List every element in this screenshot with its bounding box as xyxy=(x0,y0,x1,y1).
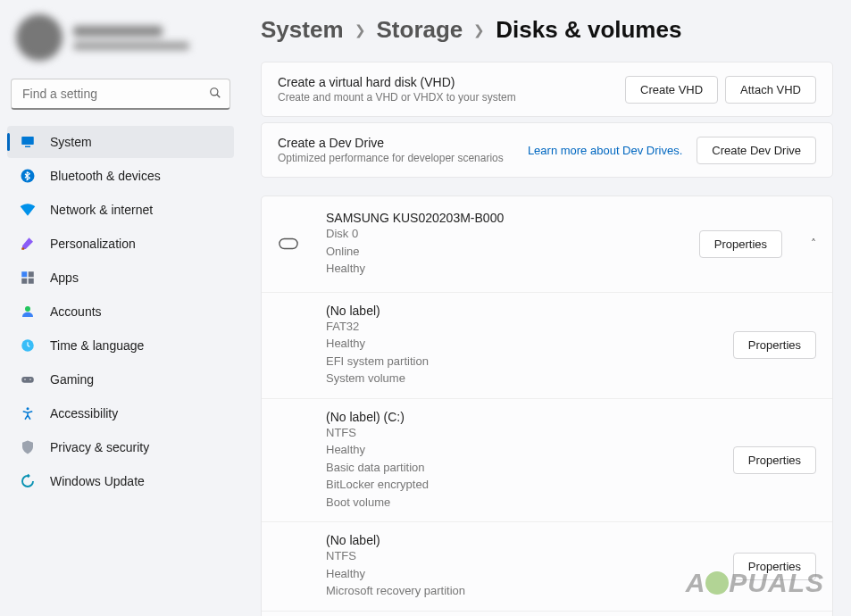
sidebar: System Bluetooth & devices Network & int… xyxy=(0,0,241,616)
nav-label: Accounts xyxy=(50,304,102,319)
breadcrumb-current: Disks & volumes xyxy=(496,16,681,44)
vhd-card: Create a virtual hard disk (VHD) Create … xyxy=(261,62,833,117)
create-dev-drive-button[interactable]: Create Dev Drive xyxy=(697,137,816,164)
disk-name: SAMSUNG KUS020203M-B000 xyxy=(326,211,683,225)
sidebar-item-time[interactable]: Time & language xyxy=(7,329,234,362)
svg-point-13 xyxy=(24,379,26,380)
sidebar-item-accessibility[interactable]: Accessibility xyxy=(7,397,234,429)
svg-rect-6 xyxy=(21,271,27,277)
nav-label: Network & internet xyxy=(50,203,153,217)
svg-point-15 xyxy=(27,407,29,410)
breadcrumb-system[interactable]: System xyxy=(261,16,344,44)
disk-properties-button[interactable]: Properties xyxy=(699,230,782,258)
nav-label: Windows Update xyxy=(50,474,145,488)
volume-properties-button[interactable]: Properties xyxy=(733,553,816,580)
shield-icon xyxy=(20,439,36,455)
sidebar-item-bluetooth[interactable]: Bluetooth & devices xyxy=(7,160,234,192)
profile-name xyxy=(73,26,163,37)
search-box xyxy=(11,79,230,110)
volume-name: (No label) xyxy=(326,304,717,318)
svg-point-0 xyxy=(211,87,218,95)
nav-list: System Bluetooth & devices Network & int… xyxy=(7,121,234,497)
sidebar-item-update[interactable]: Windows Update xyxy=(7,465,234,497)
dev-sub: Optimized performance for developer scen… xyxy=(278,152,517,164)
volume-properties-button[interactable]: Properties xyxy=(733,331,816,359)
chevron-up-icon[interactable]: ˄ xyxy=(811,237,816,250)
gaming-icon xyxy=(20,371,36,387)
svg-rect-16 xyxy=(279,239,297,249)
volume-name: (No label) xyxy=(326,533,717,547)
chevron-right-icon: ❯ xyxy=(355,22,366,38)
profile-email xyxy=(73,42,189,50)
apps-icon xyxy=(20,270,36,286)
nav-label: System xyxy=(50,135,92,149)
dev-drive-learn-link[interactable]: Learn more about Dev Drives. xyxy=(528,144,682,157)
nav-label: Bluetooth & devices xyxy=(50,169,161,183)
nav-label: Gaming xyxy=(50,372,94,387)
sidebar-item-system[interactable]: System xyxy=(7,126,234,158)
svg-line-1 xyxy=(217,94,221,97)
volume-meta: NTFS Healthy Microsoft recovery partitio… xyxy=(326,547,717,600)
nav-label: Accessibility xyxy=(50,406,118,420)
dev-title: Create a Dev Drive xyxy=(278,136,517,150)
nav-label: Apps xyxy=(50,271,79,285)
svg-point-10 xyxy=(25,306,30,312)
volume-row: (No label) FAT32 Healthy EFI system part… xyxy=(262,293,832,399)
update-icon xyxy=(20,473,36,489)
system-icon xyxy=(20,134,36,150)
brush-icon xyxy=(20,236,36,252)
wifi-icon xyxy=(20,202,36,218)
svg-rect-9 xyxy=(29,279,34,284)
svg-rect-3 xyxy=(25,146,30,148)
disk-meta: Disk 0 Online Healthy xyxy=(326,225,683,278)
bluetooth-icon xyxy=(20,168,36,184)
sidebar-item-privacy[interactable]: Privacy & security xyxy=(7,431,234,463)
disk-header[interactable]: SAMSUNG KUS020203M-B000 Disk 0 Online He… xyxy=(262,196,832,293)
sidebar-item-network[interactable]: Network & internet xyxy=(7,194,234,226)
main-content: System ❯ Storage ❯ Disks & volumes Creat… xyxy=(241,0,851,616)
vhd-sub: Create and mount a VHD or VHDX to your s… xyxy=(278,91,614,104)
volume-row: Windows RE tools NTFS Properties xyxy=(262,612,832,617)
create-vhd-button[interactable]: Create VHD xyxy=(625,76,718,104)
sidebar-item-personalization[interactable]: Personalization xyxy=(7,228,234,260)
time-icon xyxy=(20,337,36,354)
search-input[interactable] xyxy=(11,79,230,110)
svg-point-14 xyxy=(29,379,31,380)
sidebar-item-apps[interactable]: Apps xyxy=(7,262,234,294)
attach-vhd-button[interactable]: Attach VHD xyxy=(725,76,816,104)
volume-name: (No label) (C:) xyxy=(326,410,717,424)
dev-drive-card: Create a Dev Drive Optimized performance… xyxy=(261,122,833,178)
nav-label: Time & language xyxy=(50,338,144,353)
breadcrumb-storage[interactable]: Storage xyxy=(377,16,463,44)
volume-row: (No label) NTFS Healthy Microsoft recove… xyxy=(262,522,832,612)
svg-rect-12 xyxy=(21,377,34,383)
vhd-title: Create a virtual hard disk (VHD) xyxy=(278,75,614,89)
svg-rect-7 xyxy=(29,271,34,277)
volume-properties-button[interactable]: Properties xyxy=(733,446,816,474)
volume-row: (No label) (C:) NTFS Healthy Basic data … xyxy=(262,399,832,523)
avatar xyxy=(16,14,63,61)
volume-meta: FAT32 Healthy EFI system partition Syste… xyxy=(326,318,717,387)
profile-header[interactable] xyxy=(7,9,234,79)
nav-label: Personalization xyxy=(50,237,136,251)
breadcrumb: System ❯ Storage ❯ Disks & volumes xyxy=(261,16,833,44)
disk-section: SAMSUNG KUS020203M-B000 Disk 0 Online He… xyxy=(261,196,833,616)
account-icon xyxy=(20,304,36,320)
sidebar-item-accounts[interactable]: Accounts xyxy=(7,296,234,328)
nav-label: Privacy & security xyxy=(50,440,149,454)
svg-rect-8 xyxy=(21,279,27,284)
svg-rect-5 xyxy=(21,248,24,250)
accessibility-icon xyxy=(20,405,36,421)
volume-meta: NTFS Healthy Basic data partition BitLoc… xyxy=(326,424,717,512)
sidebar-item-gaming[interactable]: Gaming xyxy=(7,363,234,395)
search-icon xyxy=(209,87,221,103)
chevron-right-icon: ❯ xyxy=(473,22,485,38)
disk-icon xyxy=(278,237,299,250)
svg-rect-2 xyxy=(21,137,34,145)
